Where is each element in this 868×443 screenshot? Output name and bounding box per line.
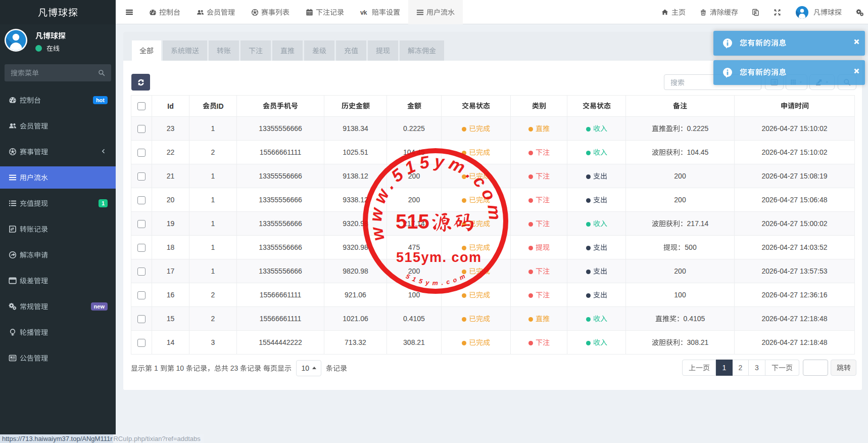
- svg-text:515: 515: [396, 210, 429, 233]
- svg-text:vk: vk: [360, 9, 367, 15]
- svg-text:515ym. com: 515ym. com: [396, 250, 482, 265]
